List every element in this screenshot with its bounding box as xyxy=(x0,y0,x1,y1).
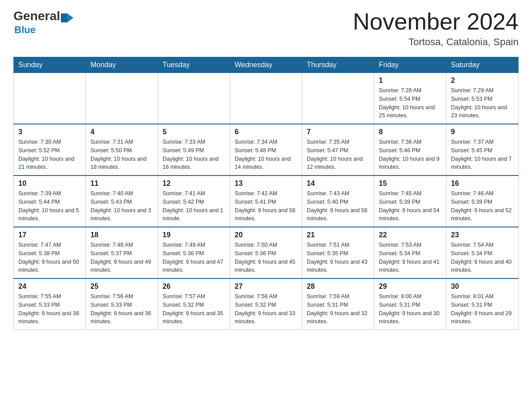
calendar-cell: 15Sunrise: 7:45 AM Sunset: 5:39 PM Dayli… xyxy=(374,176,446,227)
day-of-week-header: Thursday xyxy=(302,57,374,73)
day-number: 26 xyxy=(163,283,225,291)
svg-marker-1 xyxy=(61,13,67,22)
day-number: 18 xyxy=(90,231,153,239)
calendar-cell: 14Sunrise: 7:43 AM Sunset: 5:40 PM Dayli… xyxy=(302,176,374,227)
day-number: 24 xyxy=(18,283,81,291)
calendar-cell: 7Sunrise: 7:35 AM Sunset: 5:47 PM Daylig… xyxy=(302,124,374,176)
day-info: Sunrise: 7:36 AM Sunset: 5:46 PM Dayligh… xyxy=(379,138,442,171)
day-number: 16 xyxy=(451,180,514,188)
logo-flag-icon xyxy=(61,13,73,22)
day-number: 11 xyxy=(90,180,153,188)
calendar-cell: 2Sunrise: 7:29 AM Sunset: 5:53 PM Daylig… xyxy=(446,73,519,124)
day-info: Sunrise: 7:45 AM Sunset: 5:39 PM Dayligh… xyxy=(379,189,442,223)
day-info: Sunrise: 7:28 AM Sunset: 5:54 PM Dayligh… xyxy=(379,86,442,120)
calendar-week-row: 24Sunrise: 7:55 AM Sunset: 5:33 PM Dayli… xyxy=(14,278,519,330)
day-info: Sunrise: 7:53 AM Sunset: 5:34 PM Dayligh… xyxy=(379,241,442,274)
calendar-week-row: 17Sunrise: 7:47 AM Sunset: 5:38 PM Dayli… xyxy=(14,227,519,278)
day-of-week-header: Sunday xyxy=(14,57,86,73)
day-number: 28 xyxy=(307,283,369,291)
day-info: Sunrise: 7:43 AM Sunset: 5:40 PM Dayligh… xyxy=(307,189,369,223)
calendar-cell: 22Sunrise: 7:53 AM Sunset: 5:34 PM Dayli… xyxy=(374,227,446,278)
day-info: Sunrise: 7:29 AM Sunset: 5:53 PM Dayligh… xyxy=(451,86,514,120)
calendar-cell: 21Sunrise: 7:51 AM Sunset: 5:35 PM Dayli… xyxy=(302,227,374,278)
calendar-week-row: 10Sunrise: 7:39 AM Sunset: 5:44 PM Dayli… xyxy=(14,176,519,227)
logo: General Blue xyxy=(13,9,73,36)
calendar-cell xyxy=(14,73,86,124)
calendar-cell: 10Sunrise: 7:39 AM Sunset: 5:44 PM Dayli… xyxy=(14,176,86,227)
calendar-cell xyxy=(302,73,374,124)
day-number: 30 xyxy=(451,283,514,291)
day-info: Sunrise: 7:41 AM Sunset: 5:42 PM Dayligh… xyxy=(163,189,225,223)
day-info: Sunrise: 7:59 AM Sunset: 5:31 PM Dayligh… xyxy=(307,292,369,326)
day-number: 23 xyxy=(451,231,514,239)
calendar-cell: 1Sunrise: 7:28 AM Sunset: 5:54 PM Daylig… xyxy=(374,73,446,124)
calendar-cell: 26Sunrise: 7:57 AM Sunset: 5:32 PM Dayli… xyxy=(158,278,230,330)
day-info: Sunrise: 7:33 AM Sunset: 5:49 PM Dayligh… xyxy=(163,138,225,171)
calendar-cell: 27Sunrise: 7:58 AM Sunset: 5:32 PM Dayli… xyxy=(230,278,302,330)
calendar-cell: 11Sunrise: 7:40 AM Sunset: 5:43 PM Dayli… xyxy=(86,176,158,227)
day-info: Sunrise: 8:01 AM Sunset: 5:31 PM Dayligh… xyxy=(451,292,514,326)
day-number: 15 xyxy=(379,180,442,188)
day-info: Sunrise: 7:40 AM Sunset: 5:43 PM Dayligh… xyxy=(90,189,153,223)
day-number: 2 xyxy=(451,77,514,85)
calendar-cell: 3Sunrise: 7:30 AM Sunset: 5:52 PM Daylig… xyxy=(14,124,86,176)
calendar-cell: 25Sunrise: 7:56 AM Sunset: 5:33 PM Dayli… xyxy=(86,278,158,330)
calendar-cell: 23Sunrise: 7:54 AM Sunset: 5:34 PM Dayli… xyxy=(446,227,519,278)
day-number: 1 xyxy=(379,77,442,85)
calendar-cell: 6Sunrise: 7:34 AM Sunset: 5:48 PM Daylig… xyxy=(230,124,302,176)
day-info: Sunrise: 8:00 AM Sunset: 5:31 PM Dayligh… xyxy=(379,292,442,326)
day-info: Sunrise: 7:46 AM Sunset: 5:39 PM Dayligh… xyxy=(451,189,514,223)
calendar-cell: 24Sunrise: 7:55 AM Sunset: 5:33 PM Dayli… xyxy=(14,278,86,330)
day-number: 6 xyxy=(235,128,297,136)
calendar-week-row: 1Sunrise: 7:28 AM Sunset: 5:54 PM Daylig… xyxy=(14,73,519,124)
day-of-week-header: Friday xyxy=(374,57,446,73)
calendar-header-row: SundayMondayTuesdayWednesdayThursdayFrid… xyxy=(14,57,519,73)
day-number: 4 xyxy=(90,128,153,136)
calendar-cell: 9Sunrise: 7:37 AM Sunset: 5:45 PM Daylig… xyxy=(446,124,519,176)
day-number: 20 xyxy=(235,231,297,239)
day-info: Sunrise: 7:30 AM Sunset: 5:52 PM Dayligh… xyxy=(18,138,81,171)
day-info: Sunrise: 7:55 AM Sunset: 5:33 PM Dayligh… xyxy=(18,292,81,326)
calendar-cell xyxy=(86,73,158,124)
day-info: Sunrise: 7:39 AM Sunset: 5:44 PM Dayligh… xyxy=(18,189,81,223)
day-info: Sunrise: 7:37 AM Sunset: 5:45 PM Dayligh… xyxy=(451,138,514,171)
calendar-week-row: 3Sunrise: 7:30 AM Sunset: 5:52 PM Daylig… xyxy=(14,124,519,176)
calendar-cell: 5Sunrise: 7:33 AM Sunset: 5:49 PM Daylig… xyxy=(158,124,230,176)
day-number: 21 xyxy=(307,231,369,239)
day-info: Sunrise: 7:57 AM Sunset: 5:32 PM Dayligh… xyxy=(163,292,225,326)
day-number: 7 xyxy=(307,128,369,136)
calendar-cell xyxy=(230,73,302,124)
title-block: November 2024 Tortosa, Catalonia, Spain xyxy=(353,9,519,48)
day-info: Sunrise: 7:34 AM Sunset: 5:48 PM Dayligh… xyxy=(235,138,297,171)
calendar-cell: 28Sunrise: 7:59 AM Sunset: 5:31 PM Dayli… xyxy=(302,278,374,330)
calendar-cell: 29Sunrise: 8:00 AM Sunset: 5:31 PM Dayli… xyxy=(374,278,446,330)
calendar-cell: 30Sunrise: 8:01 AM Sunset: 5:31 PM Dayli… xyxy=(446,278,519,330)
calendar-cell: 20Sunrise: 7:50 AM Sunset: 5:36 PM Dayli… xyxy=(230,227,302,278)
day-number: 14 xyxy=(307,180,369,188)
day-info: Sunrise: 7:56 AM Sunset: 5:33 PM Dayligh… xyxy=(90,292,153,326)
day-of-week-header: Monday xyxy=(86,57,158,73)
calendar-cell: 4Sunrise: 7:31 AM Sunset: 5:50 PM Daylig… xyxy=(86,124,158,176)
day-info: Sunrise: 7:48 AM Sunset: 5:37 PM Dayligh… xyxy=(90,241,153,274)
day-of-week-header: Wednesday xyxy=(230,57,302,73)
location-text: Tortosa, Catalonia, Spain xyxy=(353,36,519,48)
calendar-table: SundayMondayTuesdayWednesdayThursdayFrid… xyxy=(13,57,519,330)
day-info: Sunrise: 7:42 AM Sunset: 5:41 PM Dayligh… xyxy=(235,189,297,223)
calendar-cell: 12Sunrise: 7:41 AM Sunset: 5:42 PM Dayli… xyxy=(158,176,230,227)
day-info: Sunrise: 7:47 AM Sunset: 5:38 PM Dayligh… xyxy=(18,241,81,274)
logo-general-text: General xyxy=(13,9,60,23)
day-info: Sunrise: 7:35 AM Sunset: 5:47 PM Dayligh… xyxy=(307,138,369,171)
day-number: 12 xyxy=(163,180,225,188)
day-number: 8 xyxy=(379,128,442,136)
day-info: Sunrise: 7:54 AM Sunset: 5:34 PM Dayligh… xyxy=(451,241,514,274)
day-info: Sunrise: 7:50 AM Sunset: 5:36 PM Dayligh… xyxy=(235,241,297,274)
day-of-week-header: Saturday xyxy=(446,57,519,73)
day-info: Sunrise: 7:51 AM Sunset: 5:35 PM Dayligh… xyxy=(307,241,369,274)
calendar-cell xyxy=(158,73,230,124)
svg-marker-0 xyxy=(67,13,73,22)
day-info: Sunrise: 7:58 AM Sunset: 5:32 PM Dayligh… xyxy=(235,292,297,326)
day-number: 22 xyxy=(379,231,442,239)
calendar-cell: 13Sunrise: 7:42 AM Sunset: 5:41 PM Dayli… xyxy=(230,176,302,227)
day-number: 25 xyxy=(90,283,153,291)
day-number: 10 xyxy=(18,180,81,188)
